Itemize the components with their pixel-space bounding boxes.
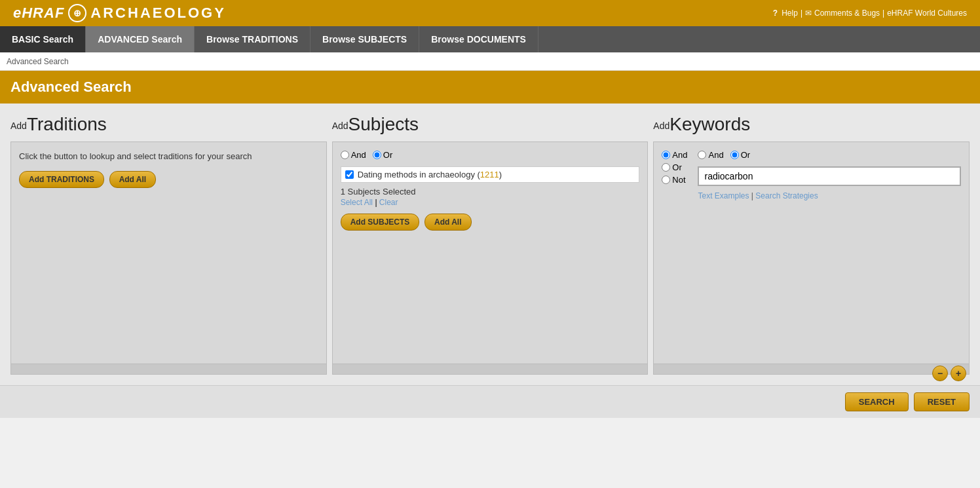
add-all-traditions-button[interactable]: Add All xyxy=(109,171,157,188)
subjects-or-text: Or xyxy=(383,150,392,160)
site-name-right: ARCHAEOLOGY xyxy=(90,5,226,22)
site-name-left: eHRAF xyxy=(13,5,64,22)
tab-advanced-search[interactable]: ADVANCED Search xyxy=(86,26,195,52)
kw-right-or-label[interactable]: Or xyxy=(730,150,750,160)
tab-browse-subjects[interactable]: Browse SUBJECTS xyxy=(311,26,419,52)
keywords-title: AddKeywords xyxy=(653,114,970,135)
traditions-main: Traditions xyxy=(27,114,107,134)
page-header: Advanced Search xyxy=(0,71,980,103)
subjects-title: AddSubjects xyxy=(332,114,649,135)
subjects-and-radio[interactable] xyxy=(341,151,349,159)
subject-name: Dating methods in archaeology xyxy=(358,170,475,179)
comments-link[interactable]: Comments & Bugs xyxy=(814,9,880,18)
kw-right-or-radio[interactable] xyxy=(730,151,739,159)
kw-right-or-text: Or xyxy=(741,150,750,160)
traditions-buttons: Add TRADITIONS Add All xyxy=(19,171,318,188)
kw-or-radio[interactable] xyxy=(662,163,670,172)
kw-or-text: Or xyxy=(672,162,681,172)
traditions-body: Click the button to lookup and select tr… xyxy=(10,141,327,364)
search-button[interactable]: SEARCH xyxy=(845,392,909,411)
traditions-panel: AddTraditions Click the button to lookup… xyxy=(10,114,327,375)
site-title: eHRAF ⊕ ARCHAEOLOGY xyxy=(13,4,226,22)
subjects-buttons: Add SUBJECTS Add All xyxy=(341,214,640,231)
circle-minus-button[interactable]: − xyxy=(932,366,948,381)
kw-not-radio[interactable] xyxy=(662,176,670,184)
traditions-description: Click the button to lookup and select tr… xyxy=(19,150,318,163)
text-examples-link[interactable]: Text Examples xyxy=(698,191,749,200)
separator2: | xyxy=(882,9,884,18)
circle-plus-button[interactable]: + xyxy=(951,366,966,381)
kw-and-label[interactable]: And xyxy=(662,150,687,160)
keywords-right-logic: And Or xyxy=(698,150,961,160)
kw-not-text: Not xyxy=(672,175,685,185)
subjects-footer xyxy=(332,364,649,375)
traditions-title: AddTraditions xyxy=(10,114,327,135)
subjects-body: And Or Dating methods in archaeology (12… xyxy=(332,141,649,364)
email-icon: ✉ xyxy=(805,9,812,18)
breadcrumb-link[interactable]: Advanced Search xyxy=(7,57,69,66)
kw-right-and-radio[interactable] xyxy=(698,151,706,159)
help-link[interactable]: Help xyxy=(782,9,798,18)
kw-right-and-text: And xyxy=(708,150,723,160)
clear-link[interactable]: Clear xyxy=(379,198,398,207)
page-title: Advanced Search xyxy=(10,79,132,95)
keyword-links: Text Examples | Search Strategies xyxy=(698,191,961,200)
keywords-prefix: Add xyxy=(653,121,669,131)
traditions-footer xyxy=(10,364,327,375)
keywords-left-logic: And Or Not xyxy=(662,150,687,200)
keywords-footer: − + xyxy=(653,364,970,375)
add-subjects-button[interactable]: Add SUBJECTS xyxy=(341,214,420,231)
subjects-and-label[interactable]: And xyxy=(341,150,366,160)
world-cultures-link[interactable]: eHRAF World Cultures xyxy=(887,9,967,18)
columns-wrapper: AddTraditions Click the button to lookup… xyxy=(0,103,980,385)
help-question-mark: ? xyxy=(773,9,778,18)
keywords-body: And Or Not And xyxy=(653,141,970,364)
subjects-actions: Select All | Clear xyxy=(341,198,640,207)
tab-browse-documents[interactable]: Browse DOCUMENTS xyxy=(419,26,538,52)
add-traditions-button[interactable]: Add TRADITIONS xyxy=(19,171,104,188)
separator1: | xyxy=(801,9,802,18)
top-links: ? Help | ✉ Comments & Bugs | eHRAF World… xyxy=(773,9,967,18)
subject-count: 1211 xyxy=(480,170,499,179)
subjects-or-radio[interactable] xyxy=(373,151,381,159)
kw-and-radio[interactable] xyxy=(662,151,670,159)
add-all-subjects-button[interactable]: Add All xyxy=(424,214,472,231)
kw-right-and-label[interactable]: And xyxy=(698,150,723,160)
breadcrumb-bar: Advanced Search xyxy=(0,52,980,71)
kw-or-label[interactable]: Or xyxy=(662,162,687,172)
tab-browse-traditions[interactable]: Browse TRADITIONS xyxy=(195,26,311,52)
reset-button[interactable]: RESET xyxy=(914,392,970,411)
top-bar: eHRAF ⊕ ARCHAEOLOGY ? Help | ✉ Comments … xyxy=(0,0,980,26)
keywords-right-section: And Or Text Examples | Search Strategies xyxy=(698,150,961,200)
search-strategies-link[interactable]: Search Strategies xyxy=(755,191,818,200)
nav-bar: BASIC Search ADVANCED Search Browse TRAD… xyxy=(0,26,980,52)
subject-item: Dating methods in archaeology (1211) xyxy=(341,166,640,183)
bottom-area: SEARCH RESET xyxy=(0,385,980,418)
subjects-main: Subjects xyxy=(349,114,419,134)
tab-basic-search[interactable]: BASIC Search xyxy=(0,26,86,52)
subject-label: Dating methods in archaeology (1211) xyxy=(358,170,502,179)
globe-icon: ⊕ xyxy=(68,4,86,22)
traditions-prefix: Add xyxy=(10,121,27,131)
subjects-and-text: And xyxy=(351,150,366,160)
kw-and-text: And xyxy=(672,150,687,160)
circle-buttons-row: − + xyxy=(654,364,969,383)
subjects-prefix: Add xyxy=(332,121,349,131)
keywords-main: Keywords xyxy=(669,114,750,134)
subjects-panel: AddSubjects And Or Dating methods in arc… xyxy=(332,114,649,375)
keywords-panel: AddKeywords And Or Not xyxy=(653,114,970,375)
keywords-logic-row: And Or Not And xyxy=(662,150,961,200)
subject-checkbox[interactable] xyxy=(345,170,354,179)
kw-not-label[interactable]: Not xyxy=(662,175,687,185)
keyword-input[interactable] xyxy=(698,166,961,186)
select-all-link[interactable]: Select All xyxy=(341,198,373,207)
subjects-or-label[interactable]: Or xyxy=(373,150,392,160)
subjects-logic-group: And Or xyxy=(341,150,640,160)
subjects-selected-info: 1 Subjects Selected xyxy=(341,187,640,197)
